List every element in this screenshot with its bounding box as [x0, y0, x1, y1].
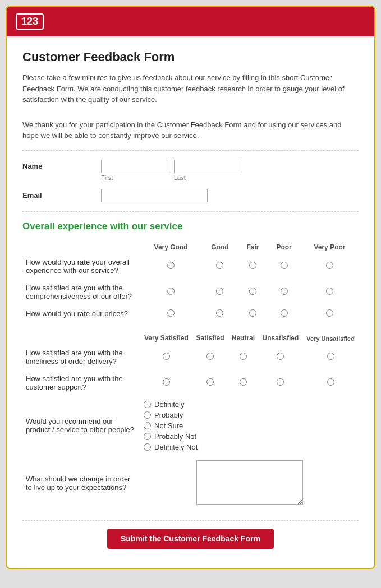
radio-q3-f[interactable] — [249, 309, 256, 317]
radio-q4-vs[interactable] — [163, 353, 170, 360]
radio-q2-p[interactable] — [281, 288, 288, 295]
radio-q2-f[interactable] — [249, 288, 256, 295]
radio-q1-g[interactable] — [216, 262, 223, 269]
col-good: Good — [201, 241, 238, 253]
radio-cell — [228, 370, 259, 396]
name-field-row: Name First Last — [22, 160, 359, 181]
radio-cell — [301, 253, 359, 279]
radio-q1-p[interactable] — [281, 262, 288, 269]
radio-q4-s[interactable] — [206, 353, 214, 360]
radio-q1-f[interactable] — [249, 262, 256, 269]
col-unsatisfied: Unsatisfied — [259, 332, 302, 344]
radio-cell — [238, 305, 268, 323]
radio-cell — [192, 344, 228, 370]
col-satisfied: Satisfied — [192, 332, 228, 344]
radio-cell — [140, 344, 192, 370]
table-row: How would you rate our prices? — [22, 305, 359, 323]
recommend-definitely-not-label: Definitely Not — [154, 443, 198, 451]
radio-q5-vs[interactable] — [163, 378, 170, 386]
radio-cell — [201, 305, 238, 323]
radio-cell — [267, 253, 301, 279]
recommend-not-sure-label: Not Sure — [154, 422, 183, 430]
table-row: What should we change in order to live u… — [22, 456, 359, 511]
radio-cell — [302, 344, 359, 370]
radio-q3-p[interactable] — [281, 309, 288, 317]
radio-cell — [228, 344, 259, 370]
radio-cell — [140, 305, 201, 323]
question-7: What should we change in order to live u… — [22, 456, 140, 511]
radio-definitely-not[interactable] — [144, 443, 151, 451]
radio-q5-s[interactable] — [206, 378, 214, 386]
radio-cell — [140, 253, 201, 279]
radio-cell — [259, 344, 302, 370]
radio-cell — [259, 370, 302, 396]
first-label: First — [101, 174, 113, 181]
email-label: Email — [22, 189, 101, 200]
radio-q4-n[interactable] — [240, 353, 247, 360]
form-body: Customer Feedback Form Please take a few… — [7, 36, 374, 568]
question-6: Would you recommend our product / servic… — [22, 396, 140, 456]
name-inputs: First Last — [101, 160, 241, 181]
radio-cell — [302, 370, 359, 396]
intro-text-1: Please take a few minutes to give us fee… — [22, 72, 359, 105]
radio-q4-vu[interactable] — [327, 353, 334, 360]
first-name-input[interactable] — [101, 160, 168, 173]
radio-q3-g[interactable] — [216, 309, 223, 317]
radio-q4-u[interactable] — [277, 353, 284, 360]
radio-q2-vp[interactable] — [326, 288, 333, 295]
col-very-unsatisfied: Very Unsatisfied — [302, 332, 359, 344]
radio-q2-vg[interactable] — [167, 288, 175, 295]
last-label: Last — [174, 174, 186, 181]
radio-cell — [140, 370, 192, 396]
radio-not-sure[interactable] — [144, 422, 151, 429]
table-row: How satisfied are you with the customer … — [22, 370, 359, 396]
email-input[interactable] — [101, 189, 208, 202]
submit-row: Submit the Customer Feedback Form — [22, 520, 359, 554]
col-poor: Poor — [267, 241, 301, 253]
radio-q1-vg[interactable] — [167, 262, 175, 269]
radio-q5-vu[interactable] — [327, 378, 334, 386]
radio-cell — [201, 279, 238, 305]
radio-q3-vg[interactable] — [167, 309, 175, 317]
radio-cell — [301, 279, 359, 305]
recommend-definitely[interactable]: Definitely — [144, 400, 355, 409]
radio-probably[interactable] — [144, 411, 151, 419]
table-row: Would you recommend our product / servic… — [22, 396, 359, 456]
radio-cell — [238, 253, 268, 279]
submit-button[interactable]: Submit the Customer Feedback Form — [107, 529, 274, 549]
email-field-row: Email — [22, 189, 359, 202]
textarea-cell — [140, 456, 359, 511]
divider-1 — [22, 150, 359, 151]
radio-q3-vp[interactable] — [326, 309, 333, 317]
col-very-satisfied: Very Satisfied — [140, 332, 192, 344]
question-5: How satisfied are you with the customer … — [22, 370, 140, 396]
recommend-probably-not-label: Probably Not — [154, 432, 196, 441]
radio-probably-not[interactable] — [144, 433, 151, 440]
col-very-good: Very Good — [140, 241, 201, 253]
table-row: How would you rate your overall experien… — [22, 253, 359, 279]
question-3: How would you rate our prices? — [22, 305, 140, 323]
rating-table-2: Very Satisfied Satisfied Neutral Unsatis… — [22, 332, 359, 511]
recommend-probably[interactable]: Probably — [144, 411, 355, 419]
header: 123 — [7, 7, 374, 36]
radio-q1-vp[interactable] — [326, 262, 333, 269]
radio-q5-n[interactable] — [240, 378, 247, 386]
section-title: Overall experience with our service — [22, 221, 359, 232]
question-1: How would you rate your overall experien… — [22, 253, 140, 279]
feedback-textarea[interactable] — [196, 460, 303, 505]
radio-definitely[interactable] — [144, 401, 151, 408]
radio-cell — [192, 370, 228, 396]
recommend-definitely-not[interactable]: Definitely Not — [144, 443, 355, 451]
col-question-1 — [22, 241, 140, 253]
radio-q2-g[interactable] — [216, 288, 223, 295]
recommend-options: Definitely Probably Not Sure — [144, 400, 355, 451]
recommend-not-sure[interactable]: Not Sure — [144, 422, 355, 430]
radio-q5-u[interactable] — [277, 378, 284, 386]
form-title: Customer Feedback Form — [22, 50, 359, 64]
intro-text-2: We thank you for your participation in t… — [22, 119, 359, 141]
last-name-input[interactable] — [174, 160, 241, 173]
radio-cell — [267, 305, 301, 323]
recommend-probably-not[interactable]: Probably Not — [144, 432, 355, 441]
radio-cell — [238, 279, 268, 305]
divider-2 — [22, 211, 359, 212]
